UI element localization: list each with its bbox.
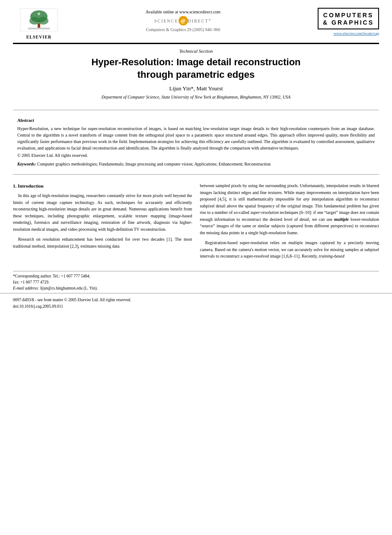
affiliation: Department of Computer Science, State Un… xyxy=(39,95,353,99)
sd-at-icon: @ xyxy=(178,16,188,25)
direct-text: DIRECT® xyxy=(188,18,212,23)
abstract-text: Hyper-Resolution, a new technique for su… xyxy=(17,125,375,151)
email-value: lijun@cs.binghamton.edu (L. Yin). xyxy=(40,286,98,290)
svg-point-6 xyxy=(38,13,40,15)
cg-title-line1: COMPUTERS xyxy=(323,11,374,19)
this-text: This xyxy=(315,204,323,208)
email-label: E-mail address: xyxy=(13,286,39,290)
footer-ids: 0097-8493/$ - see front matter © 2005 El… xyxy=(0,293,392,313)
photographic-text: photographic xyxy=(67,213,90,218)
elsevier-logo-icon xyxy=(19,8,58,34)
header-left: ELSEVIER xyxy=(13,8,65,39)
available-online-text: Available online at www.sciencedirect.co… xyxy=(65,10,301,14)
technical-section-label: Technical Section xyxy=(39,48,353,54)
keywords-text: Computer graphics methodologies; Fundame… xyxy=(37,162,271,166)
copyright-text: © 2005 Elsevier Ltd. All rights reserved… xyxy=(17,153,375,158)
footnote-area: *Corresponding author. Tel.: +1 607 777 … xyxy=(0,273,392,293)
title-divider xyxy=(13,110,379,110)
keywords-label: Keywords: xyxy=(17,162,36,166)
col-left: 1. Introduction In this age of high-reso… xyxy=(13,182,192,263)
header: ELSEVIER Available online at www.science… xyxy=(0,0,392,43)
to-reconstruct-text: to reconstruct xyxy=(355,223,379,228)
any-italic: any xyxy=(303,197,309,201)
body-para-3: between sampled pixels by using the surr… xyxy=(200,182,379,236)
footnote-corresponding: *Corresponding author. Tel.: +1 607 777 … xyxy=(13,273,379,279)
section1-title: 1. Introduction xyxy=(13,182,192,190)
footer-doi: doi:10.1016/j.cag.2005.09.011 xyxy=(13,303,379,309)
forensics-text: forensics xyxy=(34,220,50,225)
cg-title-line2: & GRAPHICS xyxy=(323,19,374,26)
footnote-fax: fax: +1 607 777 4729. xyxy=(13,279,379,285)
abstract-section: Abstract Hyper-Resolution, a new techniq… xyxy=(0,114,392,171)
training-based-italic: training-based xyxy=(319,254,344,258)
footnote-email: E-mail address: lijun@cs.binghamton.edu … xyxy=(13,285,379,291)
header-center: Available online at www.sciencedirect.co… xyxy=(65,8,301,32)
header-right: COMPUTERS & GRAPHICS www.elsevier.com/lo… xyxy=(301,8,379,35)
super-resolution-italic: super-resolution xyxy=(250,210,279,215)
abstract-title: Abstract xyxy=(17,118,375,123)
body-para-4: Registration-based super-resolution reli… xyxy=(200,239,379,260)
title-section: Technical Section Hyper-Resolution: Imag… xyxy=(13,44,379,106)
svg-rect-5 xyxy=(28,28,50,29)
multiple-bold-italic: multiple xyxy=(334,217,349,222)
page: ELSEVIER Available online at www.science… xyxy=(0,0,392,535)
sciencedirect-logo: SCIENCE @ DIRECT® xyxy=(65,16,301,25)
elsevier-url: www.elsevier.com/locate/cag xyxy=(301,31,379,35)
paper-title: Hyper-Resolution: Image detail reconstru… xyxy=(39,56,353,81)
the-text: the xyxy=(263,217,268,222)
body-para-1: In this age of high-resolution imaging, … xyxy=(13,192,192,232)
and-text: and xyxy=(52,220,58,225)
science-text: SCIENCE xyxy=(154,19,178,23)
footnote-line xyxy=(13,271,379,271)
footer-issn: 0097-8493/$ - see front matter © 2005 El… xyxy=(13,297,379,303)
journal-info: Computers & Graphics 29 (2005) 946–960 xyxy=(65,27,301,32)
body-section: 1. Introduction In this age of high-reso… xyxy=(0,178,392,268)
col-right: between sampled pixels by using the surr… xyxy=(200,182,379,263)
keywords-line: Keywords: Computer graphics methodologie… xyxy=(17,161,375,167)
authors: Lijun Yin*, Matt Yourst xyxy=(39,85,353,92)
elsevier-label: ELSEVIER xyxy=(26,35,52,39)
abstract-divider xyxy=(13,174,379,175)
body-para-1-text: In this age of high-resolution imaging, … xyxy=(13,193,192,232)
body-para-2: Research on resolution enhancement has b… xyxy=(13,236,192,249)
cg-box: COMPUTERS & GRAPHICS xyxy=(318,8,379,29)
